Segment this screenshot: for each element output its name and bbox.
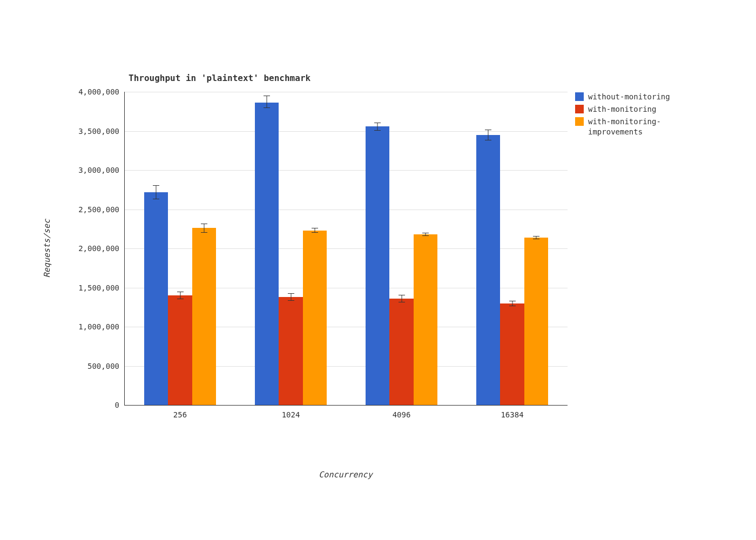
legend-item: with-monitoring-improvements bbox=[575, 117, 685, 137]
y-tick-label: 2,500,000 bbox=[78, 205, 125, 214]
legend-swatch bbox=[575, 117, 584, 126]
y-tick-label: 0 bbox=[115, 401, 125, 409]
legend-item: without-monitoring bbox=[575, 92, 685, 102]
legend-swatch bbox=[575, 105, 584, 113]
y-tick-label: 3,000,000 bbox=[78, 166, 125, 174]
legend-swatch bbox=[575, 92, 584, 101]
gridline bbox=[125, 248, 568, 249]
y-tick-label: 1,000,000 bbox=[78, 322, 125, 331]
gridline bbox=[125, 131, 568, 132]
gridline bbox=[125, 92, 568, 92]
legend-label: with-monitoring-improvements bbox=[588, 117, 685, 137]
bar-with-monitoring bbox=[500, 303, 524, 406]
gridline bbox=[125, 288, 568, 288]
bar-with-monitoring bbox=[279, 297, 302, 405]
y-tick-label: 1,500,000 bbox=[78, 284, 125, 292]
chart-title: Throughput in 'plaintext' benchmark bbox=[129, 73, 310, 83]
bar-without-monitoring bbox=[366, 126, 389, 405]
x-tick-label: 4096 bbox=[393, 405, 411, 419]
legend-label: with-monitoring bbox=[588, 104, 656, 114]
y-tick-label: 4,000,000 bbox=[78, 87, 125, 96]
bar-with-monitoring bbox=[168, 295, 192, 405]
bar-with-monitoring-improvements bbox=[524, 238, 548, 405]
y-axis-title: Requests/sec bbox=[42, 219, 52, 278]
bar-with-monitoring bbox=[389, 299, 413, 405]
y-tick-label: 3,500,000 bbox=[78, 127, 125, 136]
legend: without-monitoringwith-monitoringwith-mo… bbox=[575, 92, 685, 139]
x-axis-title: Concurrency bbox=[319, 470, 372, 480]
bar-without-monitoring bbox=[255, 103, 279, 405]
x-tick-label: 1024 bbox=[282, 405, 300, 419]
legend-label: without-monitoring bbox=[588, 92, 670, 102]
x-tick-label: 16384 bbox=[501, 405, 523, 419]
x-tick-label: 256 bbox=[173, 405, 187, 419]
bar-with-monitoring-improvements bbox=[192, 228, 216, 405]
bar-with-monitoring-improvements bbox=[303, 231, 327, 405]
y-tick-label: 500,000 bbox=[87, 362, 125, 370]
bar-without-monitoring bbox=[144, 192, 168, 405]
bar-without-monitoring bbox=[476, 135, 500, 405]
gridline bbox=[125, 210, 568, 210]
chart-canvas: Throughput in 'plaintext' benchmark Requ… bbox=[0, 0, 756, 540]
plot-area: 0500,0001,000,0001,500,0002,000,0002,500… bbox=[124, 92, 568, 406]
bar-with-monitoring-improvements bbox=[414, 234, 437, 405]
y-tick-label: 2,000,000 bbox=[78, 244, 125, 253]
gridline bbox=[125, 170, 568, 171]
legend-item: with-monitoring bbox=[575, 104, 685, 114]
